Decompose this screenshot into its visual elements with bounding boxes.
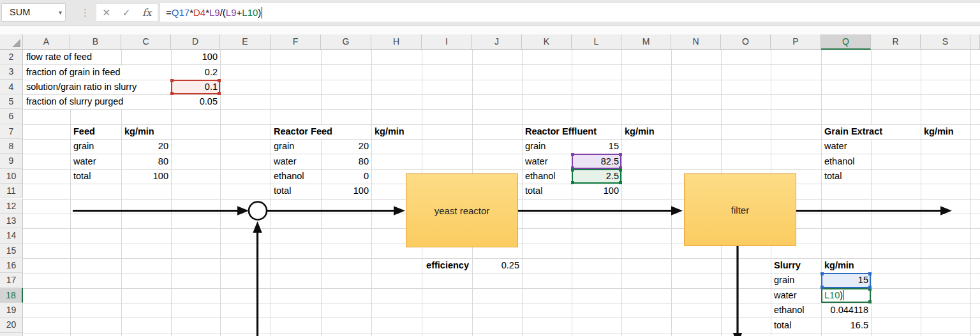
cell-L8[interactable]: 15 <box>572 140 621 154</box>
insert-function-button[interactable]: fx <box>142 7 151 18</box>
row-header-17[interactable]: 17 <box>0 273 23 288</box>
cell-F10[interactable]: ethanol <box>271 170 321 184</box>
column-header-I[interactable]: I <box>422 34 472 50</box>
row-header-13[interactable]: 13 <box>0 214 23 228</box>
cell-Q10[interactable]: total <box>822 170 871 184</box>
cell-Q8[interactable]: water <box>822 140 871 154</box>
cell-H7[interactable]: kg/min <box>372 125 422 139</box>
cell-P16[interactable]: Slurry <box>771 259 821 273</box>
cell-F11[interactable]: total <box>271 184 321 198</box>
column-header-F[interactable]: F <box>271 34 321 50</box>
cell-Q7[interactable]: Grain Extract <box>822 125 887 139</box>
cell-D2[interactable]: 100 <box>172 50 220 64</box>
name-box-dropdown-icon[interactable]: ▾ <box>59 4 62 21</box>
column-header-B[interactable]: B <box>70 34 121 50</box>
column-header-S[interactable]: S <box>921 34 970 50</box>
cell-C8[interactable]: 20 <box>122 140 171 154</box>
mixer-node[interactable] <box>249 202 267 220</box>
column-header-K[interactable]: K <box>522 34 572 50</box>
column-header-H[interactable]: H <box>371 34 422 50</box>
cell-M7[interactable]: kg/min <box>622 125 671 139</box>
cell-Q16[interactable]: kg/min <box>822 259 871 273</box>
row-header-14[interactable]: 14 <box>0 228 23 243</box>
column-header-P[interactable]: P <box>771 34 821 50</box>
formula-input[interactable]: =Q17*D4*L9/(L9+L10) <box>160 3 980 22</box>
row-header-4[interactable]: 4 <box>0 80 23 94</box>
column-header-Q[interactable]: Q <box>821 34 871 50</box>
cell-I16[interactable]: efficiency <box>422 259 472 273</box>
cell-S7[interactable]: kg/min <box>921 125 970 139</box>
row-header-20[interactable]: 20 <box>0 318 23 332</box>
select-all-corner[interactable] <box>0 34 23 50</box>
cell-D4[interactable]: 0.1 <box>172 80 220 94</box>
name-box[interactable]: SUM ▾ <box>1 3 66 22</box>
cell-L10[interactable]: 2.5 <box>572 170 621 184</box>
cell-Q17[interactable]: 15 <box>822 274 871 288</box>
cell-P20[interactable]: total <box>771 319 821 333</box>
recycle-up-arrow[interactable] <box>253 221 262 336</box>
row-header-11[interactable]: 11 <box>0 184 23 198</box>
row-header-5[interactable]: 5 <box>0 94 23 109</box>
column-header-C[interactable]: C <box>121 34 171 50</box>
cell-J16[interactable]: 0.25 <box>473 259 522 273</box>
row-header-9[interactable]: 9 <box>0 154 23 168</box>
cell-G8[interactable]: 20 <box>322 140 371 154</box>
cell-F9[interactable]: water <box>271 155 321 169</box>
row-header-6[interactable]: 6 <box>0 109 23 124</box>
column-header-D[interactable]: D <box>171 34 220 50</box>
filter-down-arrow[interactable] <box>733 246 742 336</box>
row-header-19[interactable]: 19 <box>0 303 23 318</box>
cell-L11[interactable]: 100 <box>572 184 621 198</box>
cell-A4[interactable]: solution/grain ratio in slurry <box>24 80 142 94</box>
cell-L9[interactable]: 82.5 <box>572 155 621 169</box>
row-header-8[interactable]: 8 <box>0 139 23 154</box>
row-header-10[interactable]: 10 <box>0 169 23 184</box>
cell-A2[interactable]: flow rate of feed <box>24 50 97 64</box>
cell-P19[interactable]: ethanol <box>771 303 821 318</box>
row-header-3[interactable]: 3 <box>0 64 23 79</box>
column-header-R[interactable]: R <box>871 34 921 50</box>
cell-A3[interactable]: fraction of grain in feed <box>24 66 126 80</box>
cell-C9[interactable]: 80 <box>122 155 171 169</box>
cell-B8[interactable]: grain <box>71 140 121 154</box>
column-header-E[interactable]: E <box>220 34 271 50</box>
cell-B9[interactable]: water <box>71 155 121 169</box>
cell-K10[interactable]: ethanol <box>523 170 572 184</box>
cell-C10[interactable]: 100 <box>122 170 171 184</box>
cell-K9[interactable]: water <box>523 155 572 169</box>
row-header-7[interactable]: 7 <box>0 124 23 139</box>
column-header-G[interactable]: G <box>321 34 371 50</box>
cell-P17[interactable]: grain <box>771 274 821 288</box>
column-header-L[interactable]: L <box>572 34 621 50</box>
active-cell-editor[interactable]: L10) <box>821 288 871 303</box>
filter-box[interactable]: filter <box>684 173 796 246</box>
column-header-A[interactable]: A <box>23 34 70 50</box>
cell-Q9[interactable]: ethanol <box>822 155 871 169</box>
cell-G10[interactable]: 0 <box>322 170 371 184</box>
cell-B7[interactable]: Feed <box>71 125 121 139</box>
row-header-2[interactable]: 2 <box>0 50 23 64</box>
cell-K7[interactable]: Reactor Effluent <box>523 125 602 139</box>
column-header-O[interactable]: O <box>721 34 771 50</box>
column-header-M[interactable]: M <box>621 34 671 50</box>
cell-Q19[interactable]: 0.044118 <box>822 303 871 318</box>
cell-K11[interactable]: total <box>523 184 572 198</box>
cell-B10[interactable]: total <box>71 170 121 184</box>
cell-G9[interactable]: 80 <box>322 155 371 169</box>
cancel-button[interactable]: ✕ <box>102 7 110 18</box>
row-header-16[interactable]: 16 <box>0 258 23 273</box>
cell-Q20[interactable]: 16.5 <box>822 319 871 333</box>
row-header-15[interactable]: 15 <box>0 244 23 258</box>
column-header-partial[interactable] <box>970 34 980 50</box>
cell-D3[interactable]: 0.2 <box>172 66 220 80</box>
cell-F7[interactable]: Reactor Feed <box>271 125 338 139</box>
cell-F8[interactable]: grain <box>271 140 321 154</box>
cell-A5[interactable]: fraction of slurry purged <box>24 95 128 109</box>
row-header-12[interactable]: 12 <box>0 199 23 214</box>
cell-P18[interactable]: water <box>771 289 821 303</box>
confirm-button[interactable]: ✓ <box>122 7 131 18</box>
cell-C7[interactable]: kg/min <box>122 125 171 139</box>
reactor-box[interactable]: yeast reactor <box>406 173 518 247</box>
column-header-N[interactable]: N <box>671 34 721 50</box>
row-header-21[interactable]: 21 <box>0 333 23 336</box>
